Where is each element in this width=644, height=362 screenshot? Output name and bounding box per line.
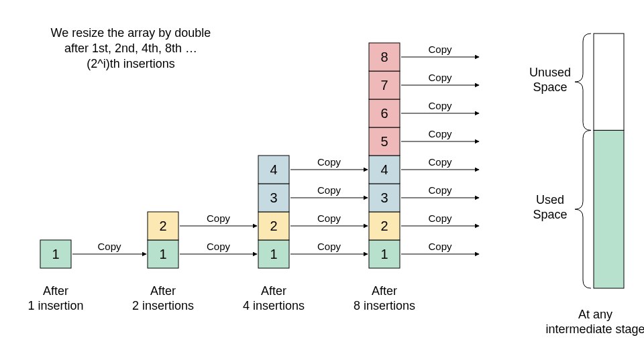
array-cell-value: 2	[159, 219, 166, 233]
stack-caption: 4 insertions	[243, 299, 305, 312]
array-cell-value: 4	[270, 162, 277, 177]
unused-space-region	[594, 34, 624, 130]
stack-caption: 2 insertions	[132, 299, 194, 312]
right-caption: At any	[578, 308, 612, 321]
copy-label: Copy	[317, 184, 341, 196]
used-space-label: Space	[533, 208, 567, 221]
array-cell-value: 2	[270, 219, 277, 233]
brace-icon	[575, 130, 591, 288]
copy-label: Copy	[97, 241, 121, 252]
copy-label: Copy	[428, 241, 452, 252]
copy-label: Copy	[428, 100, 452, 111]
array-cell-value: 6	[380, 106, 388, 121]
unused-space-label: Space	[533, 80, 567, 94]
stack-caption: After	[43, 284, 68, 298]
array-cell-value: 1	[159, 247, 166, 261]
stack-caption: After	[372, 284, 397, 298]
copy-label: Copy	[428, 44, 452, 55]
copy-label: Copy	[428, 72, 452, 83]
description-line1: We resize the array by double	[51, 26, 211, 40]
stack-caption: After	[261, 284, 286, 298]
unused-space-label: Unused	[529, 66, 571, 79]
brace-icon	[575, 34, 591, 130]
array-cell-value: 4	[380, 162, 388, 177]
array-cell-value: 3	[270, 190, 277, 205]
right-caption: intermediate stage	[545, 322, 644, 336]
used-space-region	[594, 130, 624, 288]
copy-label: Copy	[317, 241, 341, 252]
copy-label: Copy	[428, 128, 452, 139]
array-cell-value: 8	[380, 50, 388, 64]
array-stacks: 1After1 insertionCopy12After2 insertions…	[28, 43, 479, 312]
array-cell-value: 3	[380, 190, 388, 205]
copy-label: Copy	[317, 213, 341, 224]
copy-label: Copy	[207, 213, 231, 224]
description-line3: (2^i)th insertions	[87, 57, 175, 70]
array-cell-value: 1	[270, 247, 277, 261]
stack-caption: After	[150, 284, 176, 298]
copy-label: Copy	[428, 156, 452, 168]
array-cell-value: 5	[380, 134, 388, 149]
intermediate-stage-panel: UnusedSpaceUsedSpaceAt anyintermediate s…	[529, 34, 644, 336]
used-space-label: Used	[536, 193, 564, 206]
array-cell-value: 1	[380, 247, 388, 261]
copy-label: Copy	[428, 184, 452, 196]
copy-label: Copy	[428, 213, 452, 224]
copy-label: Copy	[207, 241, 231, 252]
array-cell-value: 2	[380, 219, 388, 233]
array-cell-value: 7	[380, 78, 388, 93]
stack-caption: 8 insertions	[354, 299, 415, 312]
copy-label: Copy	[317, 156, 341, 168]
array-cell-value: 1	[52, 247, 59, 261]
description-line2: after 1st, 2nd, 4th, 8th …	[64, 42, 197, 55]
stack-caption: 1 insertion	[28, 299, 83, 312]
